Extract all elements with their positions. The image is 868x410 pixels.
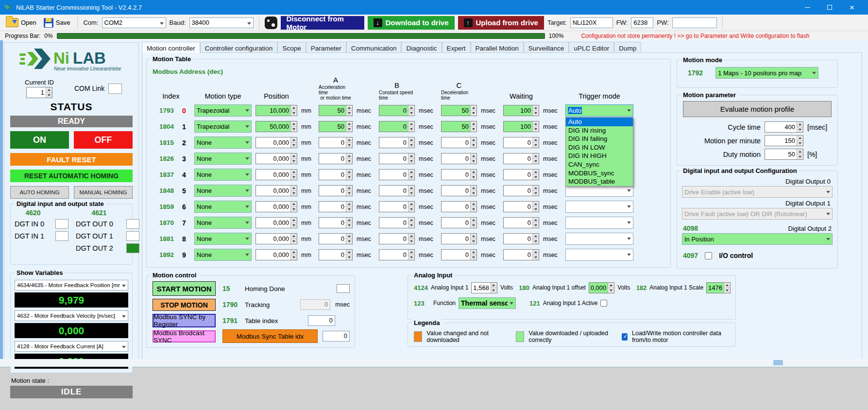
- auto-homing-button[interactable]: AUTO HOMING: [10, 186, 69, 199]
- spin-up-icon[interactable]: [533, 121, 539, 127]
- position-spinner[interactable]: 0,000: [255, 201, 297, 212]
- decel-time-spinner[interactable]: 0: [441, 153, 477, 164]
- spin-up-icon[interactable]: [408, 154, 414, 159]
- waiting-spinner[interactable]: 0: [503, 249, 539, 260]
- spin-up-icon[interactable]: [346, 202, 352, 207]
- spinner-arrows[interactable]: [532, 170, 539, 180]
- spin-up-icon[interactable]: [533, 250, 539, 255]
- waiting-spinner[interactable]: 0: [503, 201, 539, 212]
- spinner-arrows[interactable]: [408, 137, 414, 148]
- spin-down-icon[interactable]: [533, 255, 539, 260]
- spinner-arrows[interactable]: [346, 121, 352, 132]
- tab-uplc-editor[interactable]: uPLC Editor: [569, 42, 614, 53]
- spin-down-icon[interactable]: [471, 127, 477, 132]
- on-button[interactable]: ON: [10, 131, 69, 149]
- decel-time-spinner[interactable]: 50: [441, 121, 477, 132]
- sync-table-idx-field[interactable]: 0: [323, 331, 350, 342]
- spin-up-icon[interactable]: [408, 218, 414, 223]
- tab-expert[interactable]: Expert: [442, 42, 471, 53]
- spin-up-icon[interactable]: [291, 250, 297, 255]
- spinner-arrows[interactable]: [46, 87, 52, 98]
- spinner-arrows[interactable]: [532, 250, 539, 260]
- spinner-arrows[interactable]: [532, 105, 539, 116]
- spin-up-icon[interactable]: [533, 234, 539, 239]
- accel-time-spinner[interactable]: 0: [319, 137, 353, 148]
- constant-speed-spinner[interactable]: 0: [379, 185, 415, 196]
- spin-down-icon[interactable]: [291, 223, 297, 228]
- spinner-arrows[interactable]: [470, 105, 477, 116]
- trigger-mode-select[interactable]: [565, 217, 633, 229]
- tab-diagnostic[interactable]: Diagnostic: [401, 42, 442, 53]
- spin-up-icon[interactable]: [408, 250, 414, 255]
- spin-down-icon[interactable]: [471, 255, 477, 260]
- constant-speed-spinner[interactable]: 0: [379, 105, 415, 116]
- spin-down-icon[interactable]: [408, 159, 414, 164]
- spinner-arrows[interactable]: [346, 234, 352, 244]
- spinner-arrows[interactable]: [408, 202, 414, 212]
- spinner-arrows[interactable]: [408, 250, 414, 260]
- spinner-arrows[interactable]: [290, 186, 297, 196]
- spinner-arrows[interactable]: [470, 137, 477, 148]
- save-button[interactable]: Save: [42, 17, 72, 29]
- spin-down-icon[interactable]: [346, 159, 352, 164]
- decel-time-spinner[interactable]: 0: [441, 201, 477, 212]
- motion-type-select[interactable]: None: [194, 249, 252, 261]
- waiting-spinner[interactable]: 0: [503, 217, 539, 228]
- fw-input[interactable]: 6238: [631, 17, 653, 28]
- waiting-spinner[interactable]: 0: [503, 233, 539, 244]
- decel-time-spinner[interactable]: 0: [441, 185, 477, 196]
- spin-down-icon[interactable]: [346, 207, 352, 212]
- spinner-arrows[interactable]: [470, 186, 477, 196]
- spin-down-icon[interactable]: [291, 255, 297, 260]
- spinner-arrows[interactable]: [470, 234, 477, 244]
- position-spinner[interactable]: 0,000: [255, 249, 297, 260]
- accel-time-spinner[interactable]: 50: [319, 105, 353, 116]
- digital-output2-select[interactable]: In Position: [682, 233, 833, 245]
- motion-type-select[interactable]: None: [194, 233, 252, 245]
- disconnect-button[interactable]: Disconnect from Motor: [281, 16, 364, 30]
- scrollbar-thumb[interactable]: [773, 360, 783, 365]
- decel-time-spinner[interactable]: 0: [441, 217, 477, 228]
- spinner-arrows[interactable]: [491, 283, 497, 293]
- spinner-arrows[interactable]: [470, 121, 477, 132]
- spin-down-icon[interactable]: [408, 143, 414, 148]
- position-spinner[interactable]: 0,000: [255, 137, 297, 148]
- dropdown-option-modbus-table[interactable]: MODBUS_table: [566, 177, 633, 186]
- spinner-arrows[interactable]: [470, 154, 477, 164]
- spin-up-icon[interactable]: [471, 186, 477, 191]
- constant-speed-spinner[interactable]: 0: [379, 217, 415, 228]
- cycle-time-spinner[interactable]: 400: [765, 121, 803, 133]
- spin-up-icon[interactable]: [533, 218, 539, 223]
- spin-up-icon[interactable]: [346, 250, 352, 255]
- spin-down-icon[interactable]: [471, 239, 477, 244]
- position-spinner[interactable]: 0,000: [255, 233, 297, 244]
- spin-down-icon[interactable]: [291, 111, 297, 116]
- spinner-arrows[interactable]: [346, 105, 352, 116]
- spinner-arrows[interactable]: [408, 218, 414, 228]
- spin-up-icon[interactable]: [291, 105, 297, 111]
- spinner-arrows[interactable]: [470, 202, 477, 212]
- spin-up-icon[interactable]: [533, 170, 539, 175]
- load-write-checkbox[interactable]: [622, 333, 628, 341]
- spin-up-icon[interactable]: [471, 121, 477, 127]
- spin-up-icon[interactable]: [346, 170, 352, 175]
- spin-down-icon[interactable]: [408, 255, 414, 260]
- spin-down-icon[interactable]: [533, 223, 539, 228]
- spin-up-icon[interactable]: [471, 218, 477, 223]
- com-port-select[interactable]: COM2: [102, 17, 166, 28]
- constant-speed-spinner[interactable]: 0: [379, 169, 415, 180]
- spin-down-icon[interactable]: [533, 127, 539, 132]
- variable-select-2[interactable]: 4632 - Motor Feedback Velocity [m/sec]: [15, 310, 128, 321]
- motion-per-minute-spinner[interactable]: 150: [765, 135, 803, 146]
- spin-up-icon[interactable]: [291, 234, 297, 239]
- spinner-arrows[interactable]: [408, 154, 414, 164]
- spin-up-icon[interactable]: [291, 186, 297, 191]
- spin-down-icon[interactable]: [346, 111, 352, 116]
- horizontal-scrollbar[interactable]: [0, 359, 868, 367]
- spin-up-icon[interactable]: [291, 154, 297, 159]
- motion-type-select[interactable]: Trapezoidal: [194, 120, 252, 133]
- waiting-spinner[interactable]: 100: [503, 105, 539, 116]
- spin-down-icon[interactable]: [346, 191, 352, 196]
- spinner-arrows[interactable]: [532, 137, 539, 148]
- dropdown-option-dig-in-falling[interactable]: DIG IN falling: [566, 135, 633, 143]
